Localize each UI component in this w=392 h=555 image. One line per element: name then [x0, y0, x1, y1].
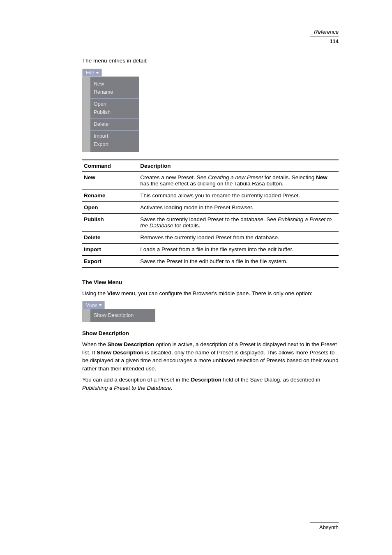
intro-text: The menu entries in detail:	[82, 57, 339, 65]
file-menu-tab-label: File	[86, 70, 94, 76]
view-menu-tab-label: View	[86, 302, 97, 308]
content: The menu entries in detail: File New Ren…	[82, 57, 339, 395]
table-row: New Creates a new Preset. See Creating a…	[82, 171, 339, 190]
table-row: Delete Removes the currently loaded Pres…	[82, 231, 339, 243]
menu-item-import[interactable]: Import	[90, 132, 139, 141]
th-description: Description	[138, 160, 339, 172]
menu-item-open[interactable]: Open	[90, 100, 139, 109]
desc-cell: Removes the currently loaded Preset from…	[138, 231, 339, 243]
page: Reference 114 The menu entries in detail…	[0, 0, 392, 555]
desc-cell: Saves the currently loaded Preset to the…	[138, 213, 339, 231]
command-table: Command Description New Creates a new Pr…	[82, 160, 339, 268]
table-row: Import Loads a Preset from a file in the…	[82, 243, 339, 255]
menu-item-new[interactable]: New	[90, 80, 139, 88]
footer: Absynth	[310, 523, 339, 530]
cmd-cell: Open	[82, 201, 138, 213]
table-row: Rename This command allows you to rename…	[82, 190, 339, 201]
footer-text: Absynth	[319, 524, 339, 530]
cmd-cell: Export	[82, 255, 138, 267]
view-menu-figure: View Show Description	[82, 301, 339, 322]
show-description-heading: Show Description	[82, 330, 339, 336]
cmd-cell: New	[82, 171, 138, 190]
view-menu-items: Show Description	[90, 309, 155, 322]
view-menu-text: Using the View menu, you can configure t…	[82, 289, 339, 298]
cmd-cell: Import	[82, 243, 138, 255]
file-menu-figure: File New Rename Open Publish Delete	[82, 68, 339, 152]
table-row: Export Saves the Preset in the edit buff…	[82, 255, 339, 267]
menu-item-show-description[interactable]: Show Description	[90, 311, 155, 320]
page-number: 114	[330, 38, 339, 44]
header-rule	[310, 37, 339, 37]
menu-item-export[interactable]: Export	[90, 141, 139, 149]
show-description-para2: You can add a description of a Preset in…	[82, 376, 339, 392]
view-menu-panel: Show Description	[82, 309, 155, 322]
cmd-cell: Delete	[82, 231, 138, 243]
view-menu-tab[interactable]: View	[82, 301, 105, 309]
desc-cell: Saves the Preset in the edit buffer to a…	[138, 255, 339, 267]
desc-cell: Creates a new Preset. See Creating a new…	[138, 171, 339, 190]
running-head: Reference	[310, 29, 339, 37]
cmd-cell: Rename	[82, 190, 138, 201]
table-header-row: Command Description	[82, 160, 339, 172]
th-command: Command	[82, 160, 138, 172]
desc-cell: Activates loading mode in the Preset Bro…	[138, 201, 339, 213]
desc-cell: Loads a Preset from a file in the file s…	[138, 243, 339, 255]
table-row: Open Activates loading mode in the Prese…	[82, 201, 339, 213]
menu-item-rename[interactable]: Rename	[90, 88, 139, 97]
footer-rule	[310, 523, 339, 523]
menu-gutter	[82, 77, 90, 152]
cmd-cell: Publish	[82, 213, 138, 231]
table-row: Publish Saves the currently loaded Prese…	[82, 213, 339, 231]
menu-item-publish[interactable]: Publish	[90, 109, 139, 117]
desc-cell: This command allows you to rename the cu…	[138, 190, 339, 201]
file-menu-panel: New Rename Open Publish Delete Import Ex…	[82, 76, 139, 152]
show-description-para1: When the Show Description option is acti…	[82, 340, 339, 372]
menu-gutter	[82, 309, 90, 322]
running-head-title: Reference	[310, 29, 339, 35]
view-menu-heading: The View Menu	[82, 279, 339, 285]
file-menu-tab[interactable]: File	[82, 69, 102, 77]
dropdown-icon	[96, 72, 99, 74]
file-menu-items: New Rename Open Publish Delete Import Ex…	[90, 77, 139, 152]
dropdown-icon	[99, 304, 102, 306]
menu-item-delete[interactable]: Delete	[90, 120, 139, 129]
